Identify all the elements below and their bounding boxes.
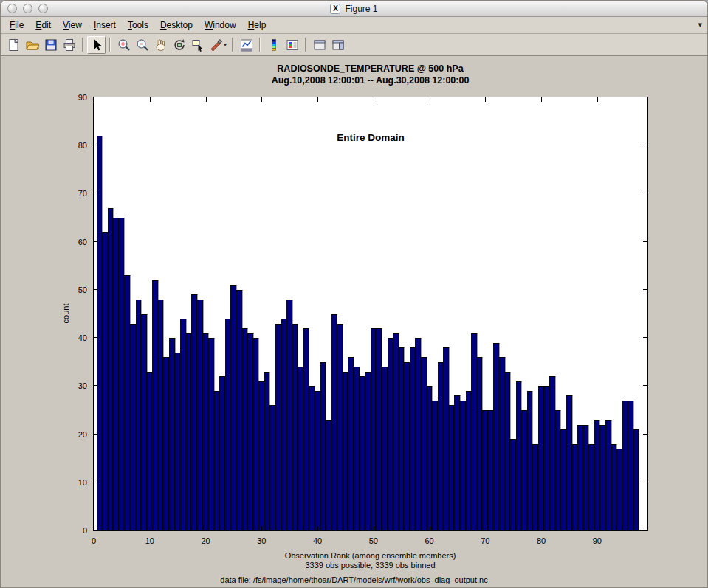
histogram-bar (158, 300, 164, 530)
toolbar-separator (109, 38, 111, 52)
histogram-bar (309, 386, 315, 530)
histogram-bar (377, 328, 382, 530)
histogram-bar (286, 300, 292, 530)
histogram-bar (443, 347, 449, 530)
menu-overflow-icon[interactable]: ▾ (698, 20, 702, 30)
link-plot-icon[interactable] (237, 36, 255, 54)
toolbar: ▾ (1, 34, 707, 56)
x-tick-mark (317, 526, 318, 530)
x11-icon: X (330, 4, 340, 14)
histogram-bar (455, 395, 461, 530)
y-tick-label: 0 (83, 526, 87, 535)
histogram-bar (399, 347, 405, 530)
y-tick-label: 10 (78, 478, 87, 487)
histogram-bar (533, 444, 539, 530)
histogram-bar (242, 328, 248, 530)
histogram-bar (510, 439, 516, 530)
histogram-bar (605, 420, 611, 530)
y-tick-mark (94, 434, 98, 435)
insert-legend-icon[interactable] (283, 36, 301, 54)
menu-help[interactable]: Help (242, 20, 272, 30)
histogram-bar (505, 372, 511, 530)
open-file-icon[interactable] (23, 36, 41, 54)
plot-area[interactable]: Entire Domain 01020304050607080900102030… (93, 97, 648, 531)
x-tick-label: 90 (593, 536, 602, 545)
histogram-bar (594, 420, 600, 530)
new-figure-icon[interactable] (4, 36, 23, 54)
histogram-bar (130, 324, 136, 530)
insert-colorbar-icon[interactable] (264, 36, 283, 54)
histogram-bar (421, 357, 427, 530)
histogram-bar (343, 372, 348, 530)
plot-title: RADIOSONDE_TEMPERATURE @ 500 hPa (93, 63, 647, 75)
y-tick-label: 20 (78, 430, 87, 439)
histogram-bar (588, 444, 594, 530)
close-button[interactable] (7, 4, 17, 13)
save-figure-icon[interactable] (41, 36, 60, 54)
minimize-button[interactable] (23, 4, 32, 13)
x-tick-mark-top (541, 97, 542, 102)
menu-items: FileEditViewInsertToolsDesktopWindowHelp (4, 20, 272, 30)
x-tick-mark-top (206, 97, 207, 102)
x-tick-mark (261, 526, 262, 530)
rotate-3d-icon[interactable] (170, 36, 188, 54)
x-axis-label: Observation Rank (among ensemble members… (93, 551, 647, 561)
y-tick-mark (94, 145, 98, 145)
histogram-bar (219, 376, 225, 530)
histogram-bar (125, 275, 131, 530)
pan-hand-icon[interactable] (151, 36, 170, 54)
histogram-bar (522, 410, 528, 530)
zoom-button[interactable] (38, 4, 48, 13)
histogram-bar (633, 429, 639, 530)
histogram-bar (315, 391, 320, 530)
y-tick-mark-right (643, 289, 647, 290)
histogram-bar (97, 136, 103, 530)
brush-icon[interactable] (207, 36, 225, 54)
histogram-bar (471, 333, 477, 530)
menu-tools[interactable]: Tools (122, 20, 154, 30)
data-cursor-icon[interactable] (188, 36, 207, 54)
histogram-bar (119, 218, 125, 530)
histogram-bar (549, 376, 555, 530)
histogram-bar (270, 405, 276, 530)
menu-desktop[interactable]: Desktop (154, 20, 199, 30)
menu-bar: FileEditViewInsertToolsDesktopWindowHelp… (1, 17, 707, 34)
window-title: Figure 1 (345, 4, 377, 14)
menu-insert[interactable]: Insert (88, 20, 122, 30)
histogram-bar (264, 372, 270, 530)
histogram-bar (555, 410, 561, 530)
histogram-bar (466, 391, 472, 530)
menu-view[interactable]: View (57, 20, 88, 30)
histogram-bar (572, 444, 578, 530)
histogram-bar (203, 333, 209, 530)
histogram-bar (281, 319, 287, 530)
show-plot-tools-icon[interactable] (329, 36, 347, 54)
histogram-bar (192, 294, 198, 530)
print-figure-icon[interactable] (60, 36, 78, 54)
histogram-bar (544, 386, 550, 530)
histogram-bar (566, 395, 572, 530)
y-tick-mark-right (643, 241, 647, 242)
hide-plot-tools-icon[interactable] (310, 36, 329, 54)
menu-file[interactable]: File (4, 20, 30, 30)
zoom-out-icon[interactable] (133, 36, 151, 54)
histogram-bar (348, 357, 354, 530)
histogram-bar (388, 338, 393, 530)
histogram-bar (231, 285, 237, 530)
histogram-bar (611, 444, 617, 530)
histogram-bar (186, 333, 192, 530)
histogram-bar (600, 425, 606, 530)
histogram-bar (298, 367, 304, 530)
x-tick-mark-top (94, 97, 94, 102)
edit-plot-arrow-icon[interactable] (87, 36, 106, 54)
histogram-bar (561, 429, 567, 530)
histogram-bar (577, 425, 583, 530)
x-tick-label: 50 (369, 536, 378, 545)
title-bar[interactable]: X Figure 1 (1, 1, 707, 17)
zoom-in-icon[interactable] (114, 36, 133, 54)
histogram-bar (236, 290, 242, 530)
datafile-label: data file: /fs/image/home/thoar/DART/mod… (1, 575, 707, 584)
menu-window[interactable]: Window (199, 20, 242, 30)
brush-dropdown-caret-icon[interactable]: ▾ (224, 41, 227, 48)
menu-edit[interactable]: Edit (30, 20, 57, 30)
